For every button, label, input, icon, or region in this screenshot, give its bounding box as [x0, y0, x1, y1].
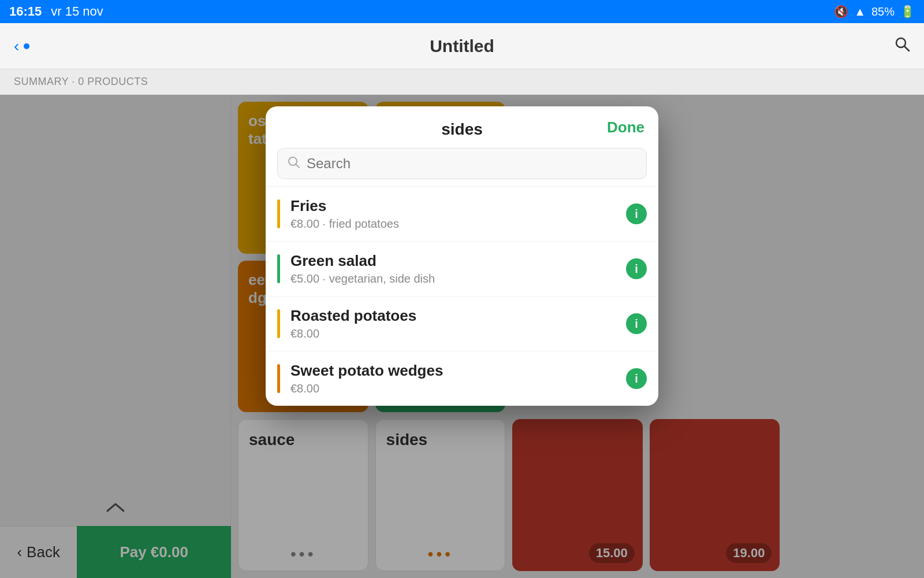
- item-info: Green salad €5.00 · vegetarian, side dis…: [290, 252, 626, 286]
- item-info-button[interactable]: i: [626, 368, 647, 389]
- list-item[interactable]: Sweet potato wedges €8.00 i: [266, 351, 658, 406]
- modal-search-bar[interactable]: [277, 148, 647, 179]
- item-list: Fries €8.00 · fried potatoes i Green sal…: [266, 186, 658, 406]
- item-color-bar: [277, 309, 280, 338]
- list-item[interactable]: Roasted potatoes €8.00 i: [266, 297, 658, 351]
- svg-line-1: [904, 46, 909, 51]
- summary-text: SUMMARY · 0 PRODUCTS: [14, 76, 148, 88]
- modal-header: sides Done: [266, 106, 658, 148]
- item-detail: €8.00: [290, 382, 626, 395]
- item-name: Fries: [290, 197, 626, 215]
- status-time: 16:15: [9, 4, 42, 19]
- chevron-left-icon: ‹: [14, 37, 19, 55]
- mute-icon: 🔇: [834, 5, 848, 18]
- item-color-bar: [277, 364, 280, 393]
- wifi-icon: ▲: [854, 5, 866, 18]
- nav-title: Untitled: [430, 36, 494, 56]
- search-icon: [287, 155, 300, 172]
- modal-backdrop: sides Done: [0, 95, 924, 578]
- status-bar-left: 16:15 vr 15 nov: [9, 4, 103, 19]
- list-item[interactable]: Fries €8.00 · fried potatoes i: [266, 187, 658, 242]
- item-color-bar: [277, 254, 280, 283]
- app-background: ‹ Untitled SUMMARY · 0 PRODUCTS: [0, 23, 924, 578]
- status-bar-right: 🔇 ▲ 85% 🔋: [834, 5, 915, 18]
- item-name: Green salad: [290, 252, 626, 270]
- search-input[interactable]: [307, 155, 637, 172]
- modal-done-button[interactable]: Done: [607, 118, 644, 136]
- summary-bar: SUMMARY · 0 PRODUCTS: [0, 69, 924, 95]
- nav-dot-indicator: [24, 43, 29, 49]
- nav-title-area: Untitled: [19, 43, 29, 49]
- item-info: Sweet potato wedges €8.00: [290, 362, 626, 395]
- item-info-button[interactable]: i: [626, 313, 647, 334]
- item-color-bar: [277, 199, 280, 228]
- sides-modal: sides Done: [266, 106, 658, 406]
- item-name: Roasted potatoes: [290, 307, 626, 325]
- list-item[interactable]: Green salad €5.00 · vegetarian, side dis…: [266, 242, 658, 297]
- nav-bar: ‹ Untitled: [0, 23, 924, 69]
- item-name: Sweet potato wedges: [290, 362, 626, 380]
- status-date: vr 15 nov: [51, 4, 103, 19]
- item-info: Roasted potatoes €8.00: [290, 307, 626, 340]
- item-info-button[interactable]: i: [626, 203, 647, 224]
- main-content: ‹ Back Pay €0.00 ostedtatoes 8.00 Fries …: [0, 95, 924, 578]
- svg-line-3: [296, 164, 299, 168]
- nav-back-button[interactable]: ‹: [14, 37, 19, 55]
- item-detail: €8.00 · fried potatoes: [290, 217, 626, 231]
- battery-level: 85%: [871, 5, 895, 18]
- item-detail: €8.00: [290, 327, 626, 340]
- search-icon[interactable]: [894, 36, 910, 56]
- battery-icon: 🔋: [900, 5, 915, 18]
- item-detail: €5.00 · vegetarian, side dish: [290, 272, 626, 286]
- item-info-button[interactable]: i: [626, 258, 647, 279]
- status-bar: 16:15 vr 15 nov 🔇 ▲ 85% 🔋: [0, 0, 924, 23]
- item-info: Fries €8.00 · fried potatoes: [290, 197, 626, 231]
- modal-title: sides: [441, 120, 483, 139]
